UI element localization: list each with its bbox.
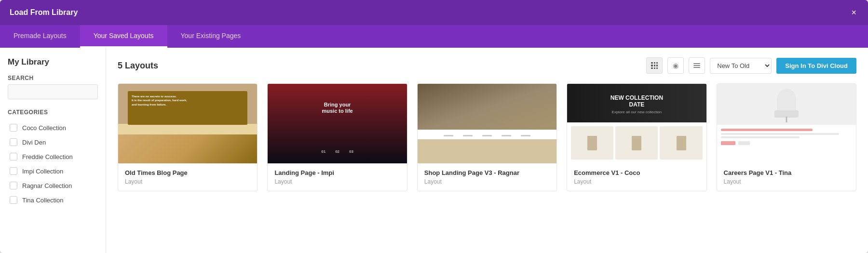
filter-button[interactable]: ◉ bbox=[667, 57, 684, 74]
layout-name-3: Shop Landing Page V3 - Ragnar bbox=[424, 169, 550, 176]
modal-header: Load From Library × bbox=[0, 0, 868, 25]
layout-card-ragnar[interactable]: Shop Landing Page V3 - Ragnar Layout bbox=[417, 83, 557, 191]
close-button[interactable]: × bbox=[849, 6, 858, 19]
tab-premade[interactable]: Premade Layouts bbox=[0, 25, 80, 48]
category-freddie[interactable]: Freddie Collection bbox=[8, 149, 98, 164]
sidebar: My Library Search Categories Coco Collec… bbox=[0, 48, 106, 253]
layout-name-2: Landing Page - Impi bbox=[274, 169, 400, 176]
layout-info-5: Careers Page V1 - Tina Layout bbox=[717, 163, 856, 191]
tab-existing-pages[interactable]: Your Existing Pages bbox=[167, 25, 255, 48]
categories-label: Categories bbox=[8, 109, 98, 116]
category-ragnar[interactable]: Ragnar Collection bbox=[8, 178, 98, 193]
layout-card-old-times[interactable]: There are no secrets to success.It is th… bbox=[118, 83, 258, 191]
layout-info-4: Ecommerce V1 - Coco Layout bbox=[567, 163, 706, 191]
layout-thumb-1: There are no secrets to success.It is th… bbox=[118, 84, 257, 163]
sort-select[interactable]: New To Old Old To New A to Z Z to A bbox=[710, 58, 772, 74]
tab-saved-layouts[interactable]: Your Saved Layouts bbox=[80, 25, 167, 48]
load-from-library-modal: Load From Library × Premade Layouts Your… bbox=[0, 0, 868, 253]
layout-thumb-2: Bring yourmusic to life 01 02 03 bbox=[268, 84, 407, 163]
tina-checkbox[interactable] bbox=[10, 196, 17, 204]
layout-thumb-5 bbox=[717, 84, 856, 163]
coco-label: Coco Collection bbox=[22, 124, 66, 132]
search-label: Search bbox=[8, 75, 98, 81]
modal-title: Load From Library bbox=[10, 8, 78, 17]
layout-thumb-3 bbox=[418, 84, 556, 163]
freddie-label: Freddie Collection bbox=[22, 153, 73, 160]
layout-name-1: Old Times Blog Page bbox=[125, 169, 250, 176]
layout-name-5: Careers Page V1 - Tina bbox=[724, 169, 849, 176]
header-controls: ◉ New To Old Old To New A to Z Z to A bbox=[646, 57, 856, 74]
list-view-button[interactable] bbox=[689, 57, 705, 74]
layouts-count: 5 Layouts bbox=[118, 61, 158, 71]
layout-card-impi[interactable]: Bring yourmusic to life 01 02 03 Landing… bbox=[267, 83, 407, 191]
layout-type-2: Layout bbox=[274, 178, 400, 185]
layout-type-5: Layout bbox=[724, 178, 849, 185]
layout-name-4: Ecommerce V1 - Coco bbox=[574, 169, 699, 176]
divi-cloud-button[interactable]: Sign In To Divi Cloud bbox=[776, 58, 856, 74]
dividen-checkbox[interactable] bbox=[10, 138, 17, 146]
category-coco[interactable]: Coco Collection bbox=[8, 120, 98, 135]
layout-card-tina[interactable]: Careers Page V1 - Tina Layout bbox=[717, 83, 856, 191]
category-impi[interactable]: Impi Collection bbox=[8, 164, 98, 178]
layout-thumb-4: New collection DATE Explore all our new … bbox=[567, 84, 706, 163]
list-icon bbox=[693, 62, 700, 69]
layout-type-3: Layout bbox=[424, 178, 550, 185]
layout-type-1: Layout bbox=[125, 178, 250, 185]
main-content: 5 Layouts bbox=[106, 48, 868, 253]
layout-info-1: Old Times Blog Page Layout bbox=[118, 163, 257, 191]
dividen-label: Divi Den bbox=[22, 139, 46, 146]
layout-type-4: Layout bbox=[574, 178, 699, 185]
tab-bar: Premade Layouts Your Saved Layouts Your … bbox=[0, 25, 868, 48]
coco-checkbox[interactable] bbox=[10, 124, 17, 132]
ragnar-label: Ragnar Collection bbox=[22, 182, 72, 189]
layouts-grid: There are no secrets to success.It is th… bbox=[118, 83, 856, 191]
grid-icon bbox=[651, 62, 658, 69]
impi-label: Impi Collection bbox=[22, 168, 63, 175]
content-header: 5 Layouts bbox=[118, 57, 856, 74]
filter-icon: ◉ bbox=[673, 62, 678, 69]
search-input[interactable] bbox=[8, 84, 98, 99]
impi-checkbox[interactable] bbox=[10, 167, 17, 175]
layout-info-2: Landing Page - Impi Layout bbox=[268, 163, 407, 191]
grid-view-button[interactable] bbox=[646, 57, 663, 74]
sidebar-title: My Library bbox=[8, 57, 98, 67]
category-dividen[interactable]: Divi Den bbox=[8, 135, 98, 149]
category-tina[interactable]: Tina Collection bbox=[8, 193, 98, 207]
layout-info-3: Shop Landing Page V3 - Ragnar Layout bbox=[418, 163, 556, 191]
freddie-checkbox[interactable] bbox=[10, 153, 17, 160]
modal-body: My Library Search Categories Coco Collec… bbox=[0, 48, 868, 253]
ragnar-checkbox[interactable] bbox=[10, 182, 17, 189]
layout-card-coco[interactable]: New collection DATE Explore all our new … bbox=[567, 83, 706, 191]
tina-label: Tina Collection bbox=[22, 197, 64, 204]
